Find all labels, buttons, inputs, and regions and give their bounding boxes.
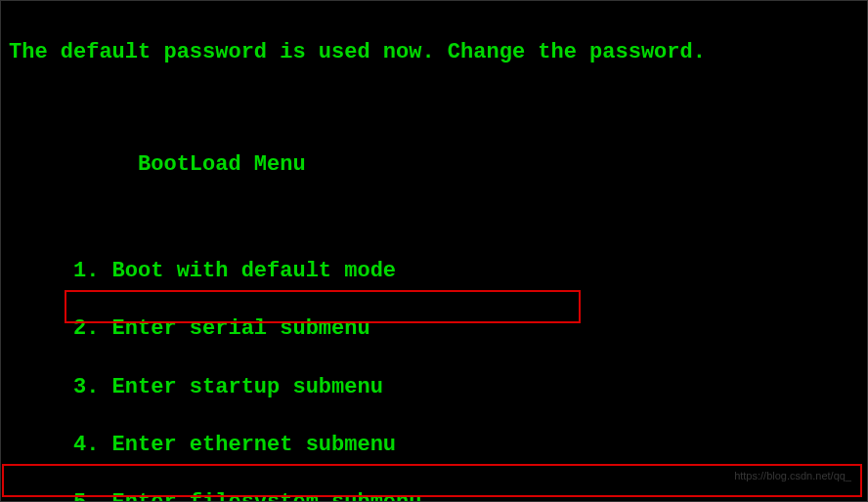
warning-message: The default password is used now. Change… xyxy=(9,38,859,67)
menu-item-4[interactable]: 4. Enter ethernet submenu xyxy=(9,431,859,460)
menu-item-1[interactable]: 1. Boot with default mode xyxy=(9,257,859,286)
menu-item-5[interactable]: 5. Enter filesystem submenu xyxy=(9,488,859,502)
menu-item-2[interactable]: 2. Enter serial submenu xyxy=(9,314,859,344)
menu-item-3[interactable]: 3. Enter startup submenu xyxy=(9,373,859,402)
menu-title: BootLoad Menu xyxy=(9,150,859,180)
bootload-menu: BootLoad Menu 1. Boot with default mode … xyxy=(9,121,859,502)
